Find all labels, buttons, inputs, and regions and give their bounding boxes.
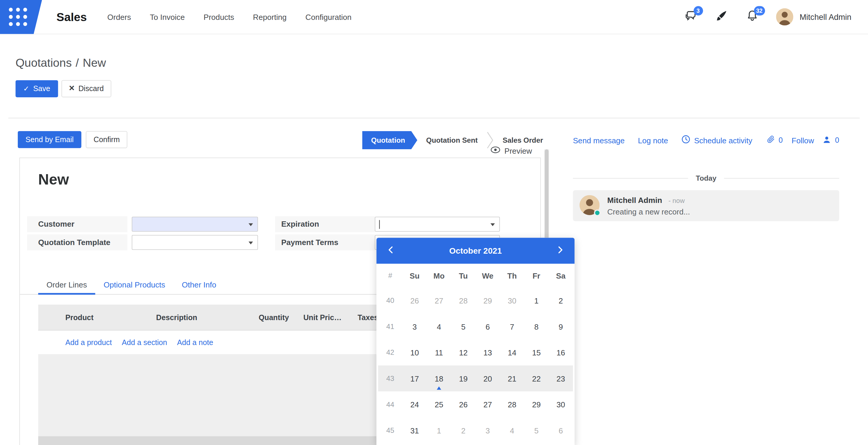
payment-terms-label: Payment Terms (275, 234, 375, 250)
calendar-day[interactable]: 30 (500, 287, 524, 314)
calendar-day[interactable]: 11 (427, 339, 451, 366)
calendar-day[interactable]: 30 (549, 391, 573, 417)
calendar-day[interactable]: 18 (427, 366, 451, 391)
calendar-day[interactable]: 6 (549, 417, 573, 444)
calendar-day[interactable]: 17 (403, 366, 427, 391)
calendar-day[interactable]: 20 (475, 366, 500, 391)
calendar-day[interactable]: 7 (500, 314, 524, 340)
calendar-day[interactable]: 26 (451, 391, 475, 417)
discard-button[interactable]: × Discard (61, 80, 112, 97)
calendar-week-row: 4210111213141516 (378, 339, 573, 366)
add-a-product-link[interactable]: Add a product (65, 338, 112, 346)
customer-input[interactable] (132, 216, 258, 231)
tab-optional-products[interactable]: Optional Products (95, 275, 174, 294)
column-product: Product (65, 313, 156, 321)
stage-quotation[interactable]: Quotation (363, 131, 417, 149)
calendar-day[interactable]: 13 (475, 339, 500, 366)
calendar-day[interactable]: 23 (549, 366, 573, 391)
tab-order-lines[interactable]: Order Lines (38, 275, 95, 294)
expiration-input[interactable] (375, 216, 500, 231)
theme-brush-button[interactable] (714, 10, 728, 24)
calendar-day[interactable]: 22 (524, 366, 549, 391)
calendar-day[interactable]: 2 (549, 287, 573, 314)
log-note-link[interactable]: Log note (638, 136, 669, 144)
apps-grid-icon (9, 8, 27, 26)
calendar-next-button[interactable] (546, 238, 575, 264)
tab-other-info[interactable]: Other Info (174, 275, 224, 294)
calendar-day[interactable]: 15 (524, 339, 549, 366)
follow-button[interactable]: Follow (792, 136, 814, 144)
calendar-day[interactable]: 4 (500, 417, 524, 444)
calendar-day[interactable]: 24 (403, 391, 427, 417)
calendar-day[interactable]: 5 (524, 417, 549, 444)
calendar-day[interactable]: 9 (549, 314, 573, 340)
quotation-template-input[interactable] (132, 235, 258, 250)
save-button[interactable]: ✓ Save (16, 80, 58, 97)
calendar-day[interactable]: 28 (500, 391, 524, 417)
menu-reporting[interactable]: Reporting (244, 0, 296, 34)
calendar-day[interactable]: 14 (500, 339, 524, 366)
activities-button[interactable]: 32 (745, 10, 759, 24)
menu-configuration[interactable]: Configuration (296, 0, 361, 34)
calendar-day[interactable]: 28 (451, 287, 475, 314)
stage-quotation-sent[interactable]: Quotation Sent (418, 131, 486, 149)
add-a-section-link[interactable]: Add a section (122, 338, 167, 346)
calendar-day[interactable]: 8 (524, 314, 549, 340)
preview-button[interactable]: Preview (491, 146, 532, 156)
divider-line (724, 178, 839, 179)
calendar-day[interactable]: 27 (475, 391, 500, 417)
calendar-day[interactable]: 31 (403, 417, 427, 444)
message-body: Creating a new record... (607, 207, 690, 216)
apps-menu-button[interactable] (0, 0, 42, 34)
messages-button[interactable]: 3 (683, 10, 697, 24)
calendar-grid: #SuMoTuWeThFrSa4026272829301241345678942… (376, 264, 575, 444)
paperclip-icon (766, 135, 775, 145)
calendar-day[interactable]: 29 (524, 391, 549, 417)
app-name[interactable]: Sales (57, 10, 87, 24)
calendar-day-header: Sa (549, 264, 573, 287)
menu-products[interactable]: Products (194, 0, 244, 34)
breadcrumb: Quotations/New (16, 56, 106, 70)
calendar-prev-button[interactable] (376, 238, 405, 264)
calendar-day[interactable]: 3 (475, 417, 500, 444)
add-a-note-link[interactable]: Add a note (177, 338, 213, 346)
send-by-email-label: Send by Email (26, 136, 74, 144)
calendar-week-row: 413456789 (378, 314, 573, 340)
send-message-link[interactable]: Send message (573, 136, 625, 144)
calendar-day[interactable]: 21 (500, 366, 524, 391)
calendar-day[interactable]: 6 (475, 314, 500, 340)
calendar-day[interactable]: 2 (451, 417, 475, 444)
calendar-day-header: Tu (451, 264, 475, 287)
chatter-toolbar: 0 Follow 0 (766, 135, 839, 145)
calendar-day[interactable]: 3 (403, 314, 427, 340)
menu-orders[interactable]: Orders (98, 0, 141, 34)
menu-to-invoice[interactable]: To Invoice (141, 0, 194, 34)
activities-badge: 32 (754, 6, 765, 15)
calendar-day[interactable]: 27 (427, 287, 451, 314)
followers-button[interactable]: 0 (823, 135, 839, 145)
calendar-day[interactable]: 16 (549, 339, 573, 366)
calendar-day[interactable]: 10 (403, 339, 427, 366)
datepicker-popup: October 2021 #SuMoTuWeThFrSa402627282930… (376, 238, 575, 445)
calendar-day[interactable]: 26 (403, 287, 427, 314)
attachments-count: 0 (779, 136, 783, 144)
user-menu[interactable]: Mitchell Admin (776, 8, 851, 26)
calendar-day[interactable]: 12 (451, 339, 475, 366)
attachments-button[interactable]: 0 (766, 135, 783, 145)
calendar-day[interactable]: 4 (427, 314, 451, 340)
calendar-day[interactable]: 5 (451, 314, 475, 340)
chevron-down-icon (249, 241, 253, 244)
send-by-email-button[interactable]: Send by Email (18, 131, 82, 148)
schedule-activity-link[interactable]: Schedule activity (681, 135, 752, 145)
paintbrush-icon (714, 9, 728, 25)
schedule-activity-label: Schedule activity (694, 136, 752, 144)
calendar-day[interactable]: 1 (524, 287, 549, 314)
confirm-button[interactable]: Confirm (86, 131, 127, 148)
calendar-day[interactable]: 25 (427, 391, 451, 417)
breadcrumb-quotations[interactable]: Quotations (16, 56, 71, 69)
calendar-title[interactable]: October 2021 (405, 246, 546, 255)
calendar-day[interactable]: 1 (427, 417, 451, 444)
calendar-day[interactable]: 29 (475, 287, 500, 314)
chatter-panel: Send message Log note Schedule activity … (573, 135, 839, 221)
calendar-day[interactable]: 19 (451, 366, 475, 391)
